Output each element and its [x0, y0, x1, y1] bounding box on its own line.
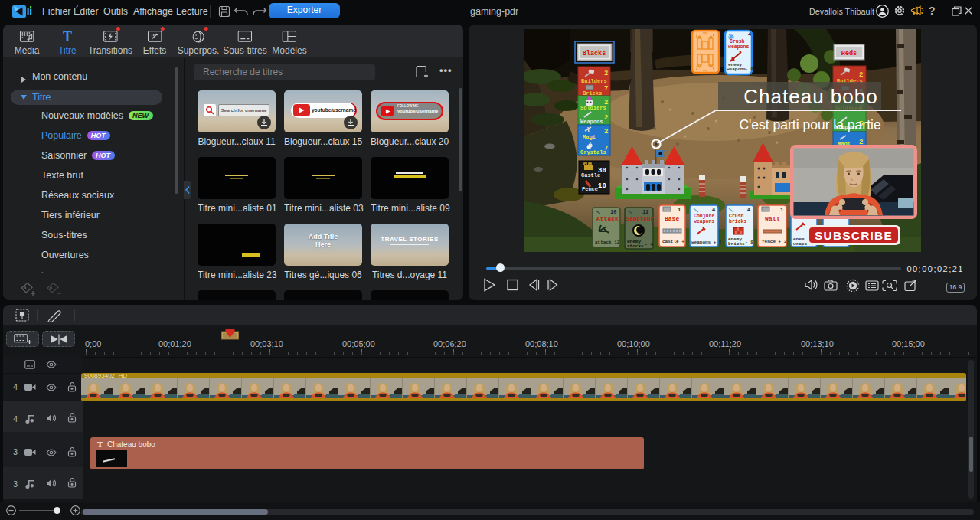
svg-text:Blacks: Blacks — [583, 50, 606, 57]
svg-text:castle + 2: castle + 2 — [662, 239, 690, 244]
svg-text:weapo: weapo — [793, 241, 807, 247]
svg-text:- 8: - 8 — [745, 67, 753, 72]
svg-text:fence + 3: fence + 3 — [762, 239, 787, 244]
svg-text:weapons: weapons — [728, 44, 749, 50]
svg-text:- 8: - 8 — [745, 240, 753, 245]
svg-text:2: 2 — [604, 114, 608, 122]
svg-text:2: 2 — [604, 70, 608, 77]
svg-text:1: 1 — [678, 207, 681, 213]
svg-text:Weapons: Weapons — [580, 119, 603, 125]
svg-text:Magi: Magi — [583, 134, 596, 140]
svg-text:C'est parti pour la partie: C'est parti pour la partie — [739, 117, 880, 132]
svg-text:7: 7 — [604, 85, 608, 93]
svg-text:bricks: bricks — [728, 241, 745, 247]
svg-text:Soldiers: Soldiers — [580, 105, 606, 111]
svg-text:Base: Base — [665, 215, 679, 222]
svg-text:- 4: - 4 — [645, 242, 653, 247]
svg-text:Attack: Attack — [596, 215, 619, 222]
svg-text:4: 4 — [712, 207, 715, 213]
svg-text:12: 12 — [642, 209, 648, 215]
svg-text:Wall: Wall — [765, 215, 779, 222]
svg-text:10: 10 — [610, 209, 616, 215]
svg-text:Reds: Reds — [841, 50, 857, 57]
svg-text:4: 4 — [748, 31, 751, 38]
svg-text:4: 4 — [747, 207, 750, 213]
svg-text:30: 30 — [598, 167, 606, 175]
svg-text:Crystals: Crystals — [580, 149, 606, 155]
svg-text:2: 2 — [604, 99, 608, 106]
svg-text:weapons + 8: weapons + 8 — [691, 240, 722, 245]
svg-text:bricks: bricks — [729, 219, 747, 224]
svg-text:10: 10 — [598, 182, 606, 190]
svg-text:Crush: Crush — [730, 39, 745, 44]
svg-text:stocks: stocks — [627, 244, 644, 249]
svg-text:Builders: Builders — [581, 78, 607, 84]
svg-text:7: 7 — [604, 145, 608, 152]
svg-text:Fence: Fence — [582, 186, 598, 192]
svg-text:Chateau bobo: Chateau bobo — [743, 85, 877, 108]
svg-text:weapons: weapons — [694, 219, 714, 224]
svg-text:2: 2 — [604, 128, 608, 136]
svg-text:Conjure: Conjure — [694, 214, 714, 219]
svg-text:Saboteur: Saboteur — [626, 216, 654, 222]
svg-text:1: 1 — [780, 207, 783, 213]
svg-text:Crush: Crush — [729, 214, 744, 219]
svg-text:attack 12: attack 12 — [595, 240, 620, 245]
svg-text:weapons: weapons — [727, 67, 746, 72]
svg-text:2: 2 — [859, 71, 863, 79]
svg-text:SUBSCRIBE: SUBSCRIBE — [815, 229, 893, 242]
